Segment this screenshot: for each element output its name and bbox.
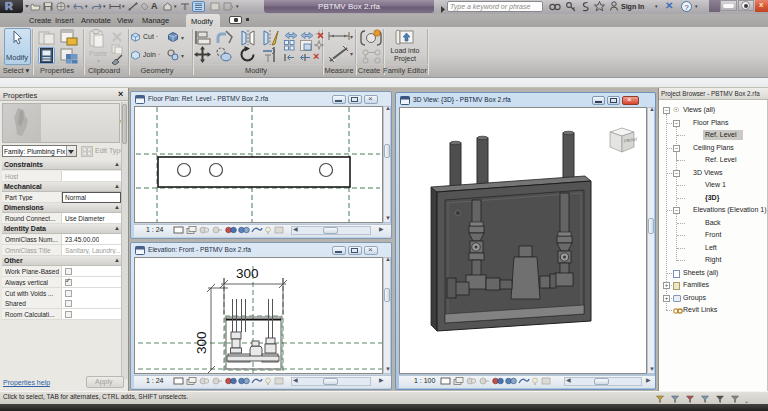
svg-text:FRONT: FRONT <box>624 136 638 143</box>
svg-text:300: 300 <box>236 266 259 281</box>
svg-text:300: 300 <box>194 331 209 354</box>
svg-text:?: ? <box>684 3 689 12</box>
